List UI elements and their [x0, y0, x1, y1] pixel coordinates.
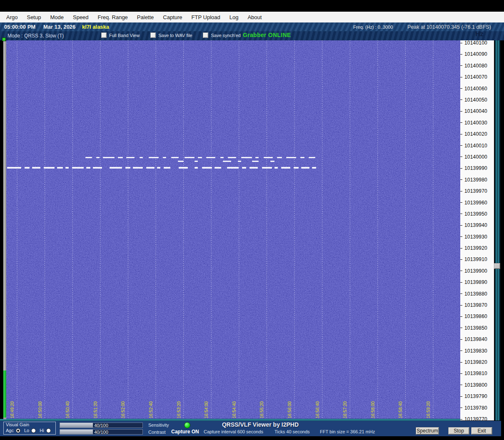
- signal-dash: [7, 167, 21, 169]
- menu-item-freq-range[interactable]: Freq. Range: [98, 14, 128, 20]
- radio-hi[interactable]: [46, 428, 51, 433]
- freq-tick: [460, 157, 462, 157]
- freq-label: 10139930: [464, 234, 487, 240]
- freq-label: 10139910: [464, 256, 487, 262]
- signal-dash: [312, 167, 316, 169]
- checkbox-save-synch-ed[interactable]: [203, 32, 208, 38]
- menu-item-speed[interactable]: Speed: [73, 14, 89, 20]
- menu-item-about[interactable]: About: [247, 14, 262, 20]
- visual-gain-group: Visual Gain AgcLoHi: [3, 422, 56, 435]
- time-label: 16:58:40: [398, 401, 403, 418]
- freq-scale-row: 10140000: [460, 154, 487, 160]
- freq-label: 10139840: [464, 336, 487, 342]
- grabber-status: Grabber ONLINE: [243, 32, 291, 38]
- signal-dash: [93, 167, 102, 169]
- checkbox-save-to-wav-file[interactable]: [150, 32, 156, 38]
- menu-item-capture[interactable]: Capture: [163, 14, 182, 20]
- freq-tick: [460, 122, 462, 123]
- freq-scale-row: 10139970: [460, 188, 487, 194]
- checkbox-group-save-to-wav-file[interactable]: Save to WAV file: [150, 32, 192, 38]
- status-footer: Visual Gain AgcLoHi 40/100 40/100 Sensit…: [0, 421, 501, 436]
- freq-tick: [460, 214, 462, 214]
- time-label: 16:52:00: [120, 401, 125, 418]
- radio-label-hi: Hi: [40, 428, 44, 433]
- checkbox-group-save-synch-ed[interactable]: Save synch'ed: [203, 32, 240, 38]
- signal-dash: [202, 167, 212, 169]
- checkbox-group-full-band-view[interactable]: Full Band View: [101, 32, 140, 38]
- radio-group-hi[interactable]: Hi: [40, 428, 50, 433]
- spectrum-button[interactable]: Spectrum: [416, 427, 439, 435]
- radio-agc[interactable]: [16, 428, 20, 433]
- freq-label: 10139870: [464, 302, 487, 308]
- freq-label: 10139900: [464, 268, 487, 274]
- menu-item-setup[interactable]: Setup: [27, 14, 41, 20]
- freq-scale-row: 10139910: [460, 256, 487, 262]
- exit-button[interactable]: Exit: [471, 427, 492, 435]
- stop-button[interactable]: Stop: [448, 427, 469, 435]
- signal-dash: [118, 157, 123, 158]
- waterfall-display[interactable]: 16:49:2016:50:0016:50:4016:51:2016:52:00…: [6, 40, 460, 420]
- freq-tick: [460, 373, 462, 374]
- freq-label: 10139940: [464, 222, 487, 228]
- signal-dash: [85, 157, 92, 158]
- menu-item-argo[interactable]: Argo: [6, 14, 17, 20]
- freq-label: 10139780: [464, 405, 487, 411]
- date: Mar 13, 2026: [43, 24, 75, 30]
- freq-tick: [460, 328, 462, 328]
- freq-scale-row: 10139780: [460, 405, 487, 411]
- menu-item-palette[interactable]: Palette: [137, 14, 154, 20]
- freq-label: 10140070: [464, 74, 487, 80]
- radio-lo[interactable]: [31, 428, 36, 433]
- radio-group-agc[interactable]: Agc: [6, 428, 20, 433]
- freq-scale-row: 10140100: [460, 40, 487, 46]
- menu-item-log[interactable]: Log: [230, 14, 239, 20]
- signal-dash: [57, 167, 63, 169]
- freq-scale-row: 10140050: [460, 97, 487, 103]
- freq-label: 10140080: [464, 63, 487, 69]
- contrast-label: Contrast: [148, 430, 166, 435]
- radio-group-lo[interactable]: Lo: [24, 428, 36, 433]
- signal-dash: [32, 167, 40, 169]
- signal-dash: [228, 157, 236, 158]
- sensitivity-slider[interactable]: 40/100: [60, 423, 143, 428]
- freq-label: 10139850: [464, 325, 487, 331]
- freq-scale-row: 10139840: [460, 336, 487, 342]
- freq-label: 10139980: [464, 177, 487, 183]
- freq-tick: [460, 293, 462, 294]
- freq-scale-row: 10139950: [460, 211, 487, 217]
- freq-tick: [460, 351, 462, 351]
- signal-dash: [206, 157, 215, 158]
- contrast-slider[interactable]: 40/100: [60, 429, 143, 435]
- peak-readout: Peak at 10140070.345 (-76.1 dBFS): [407, 24, 491, 30]
- freq-label: 10139810: [464, 370, 487, 376]
- freq-label: 10139880: [464, 291, 487, 297]
- freq-tick: [460, 282, 462, 283]
- freq-tick: [460, 145, 462, 146]
- signal-dash: [185, 157, 195, 158]
- signal-dash: [252, 161, 259, 162]
- menu-item-mode[interactable]: Mode: [50, 14, 64, 20]
- freq-label: 10140060: [464, 86, 487, 92]
- signal-dash: [133, 167, 143, 169]
- clock: 05:00:00 PM: [4, 24, 35, 30]
- signal-dash: [157, 167, 160, 169]
- freq-label: 10140010: [464, 143, 487, 149]
- menu-item-ftp-upload[interactable]: FTP Upload: [192, 14, 220, 20]
- progress-elapsed: [3, 41, 6, 370]
- freq-scale-row: 10139800: [460, 382, 487, 388]
- checkbox-label-save-synch-ed: Save synch'ed: [211, 33, 240, 38]
- freq-tick: [460, 134, 462, 134]
- time-label: 16:54:40: [232, 401, 237, 418]
- frequency-scrollbar-track[interactable]: [495, 40, 500, 420]
- frequency-scrollbar-handle[interactable]: [494, 263, 500, 269]
- capture-status: Capture ON: [171, 429, 199, 435]
- signal-dash: [309, 157, 315, 158]
- freq-tick: [460, 168, 462, 169]
- time-label: 16:58:00: [370, 401, 375, 418]
- freq-scale-row: 10139930: [460, 234, 487, 240]
- freq-tick: [460, 362, 462, 363]
- checkbox-label-save-to-wav-file: Save to WAV file: [158, 33, 192, 38]
- mode-bar: Mode : QRSS 3, Slow (T) Full Band ViewSa…: [0, 31, 504, 40]
- freq-label: 10140030: [464, 120, 487, 126]
- checkbox-full-band-view[interactable]: [101, 32, 107, 38]
